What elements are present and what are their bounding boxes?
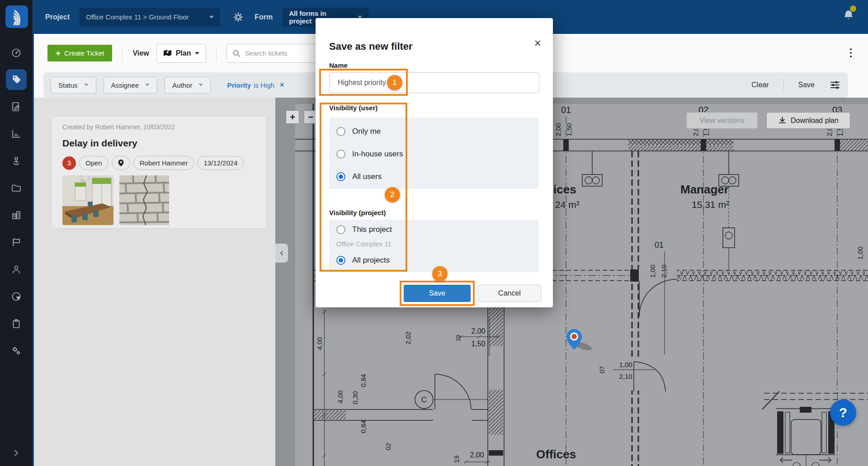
dim-label: 02 xyxy=(384,443,392,451)
radio-all-users[interactable]: All users xyxy=(336,165,532,188)
radio-only-me[interactable]: Only me xyxy=(336,120,532,143)
more-options-button[interactable] xyxy=(848,47,854,59)
name-field-label: Name xyxy=(329,61,348,69)
room-name-offices-clipped: ices xyxy=(553,183,576,196)
view-versions-button[interactable]: View versions xyxy=(686,112,758,129)
tag-icon xyxy=(11,74,22,85)
sidebar-nav xyxy=(0,39,33,364)
divider xyxy=(783,78,784,92)
radio-selected-icon[interactable] xyxy=(336,172,345,181)
dim-label: 1,00 xyxy=(619,361,632,368)
radio-in-house-users-label: In-house users xyxy=(352,150,403,159)
save-filter-button[interactable]: Save xyxy=(798,81,815,89)
create-ticket-button[interactable]: + Create Ticket xyxy=(47,45,112,61)
chevron-down-icon xyxy=(84,84,89,86)
ticket-card[interactable]: Created by Robert Hammer, 10/03/2022 Del… xyxy=(51,116,267,229)
sidebar-item-tickets[interactable] xyxy=(0,66,33,93)
dim-label: 0,84 xyxy=(359,420,367,433)
filter-author-dropdown[interactable]: Author xyxy=(165,77,211,94)
filter-status-dropdown[interactable]: Status xyxy=(51,77,96,94)
radio-selected-icon[interactable] xyxy=(336,256,345,265)
zoom-in-button[interactable]: + xyxy=(286,110,299,124)
attachment-photo-brick-wall[interactable] xyxy=(119,175,170,225)
chevron-down-icon xyxy=(195,52,199,55)
visibility-project-options: This project Office Complex 11 All proje… xyxy=(329,220,539,272)
modal-title: Save as new filter xyxy=(329,41,413,52)
download-plan-button[interactable]: Download plan xyxy=(766,112,850,129)
active-filter-chip[interactable]: Priority is High × xyxy=(227,80,284,89)
attachment-photo-meeting-room[interactable] xyxy=(62,175,113,225)
dim-label: 0,30 xyxy=(351,391,359,404)
project-selector[interactable]: Office Complex 11 > Ground Floor xyxy=(80,8,220,27)
sidebar-expand-button[interactable] xyxy=(0,442,33,463)
filter-name-input[interactable] xyxy=(329,72,539,93)
notifications-button[interactable] xyxy=(843,9,854,24)
visibility-user-label: Visibility (user) xyxy=(329,104,377,112)
radio-icon[interactable] xyxy=(336,127,345,136)
step-badge-1: 1 xyxy=(387,75,402,90)
chevron-down-icon xyxy=(198,84,203,86)
section-label-c: C xyxy=(421,395,427,404)
gear-icon xyxy=(233,12,244,23)
radio-icon[interactable] xyxy=(336,225,345,234)
remove-filter-icon[interactable]: × xyxy=(280,80,284,89)
radio-icon[interactable] xyxy=(336,150,345,159)
meeting-room-image xyxy=(62,175,113,225)
sidebar-item-contacts[interactable] xyxy=(0,256,33,283)
app-logo[interactable] xyxy=(5,5,28,28)
sidebar-item-projects[interactable] xyxy=(0,202,33,229)
brick-wall-image xyxy=(119,175,169,225)
dim-label: 20 xyxy=(455,335,462,341)
form-label: Form xyxy=(255,13,273,21)
sidebar-item-forms[interactable] xyxy=(0,93,33,120)
close-icon[interactable]: × xyxy=(534,37,541,49)
location-badge xyxy=(112,156,130,170)
download-plan-label: Download plan xyxy=(791,117,839,125)
flag-icon xyxy=(11,237,22,248)
chevron-left-icon xyxy=(278,249,285,257)
sidebar-item-tasks[interactable] xyxy=(0,310,33,337)
search-icon xyxy=(232,49,241,57)
sidebar-item-site-inspection[interactable] xyxy=(0,147,33,174)
sidebar-item-dashboard[interactable] xyxy=(0,39,33,66)
pin-center xyxy=(571,334,577,339)
notification-dot xyxy=(850,5,856,12)
dim-label: 1,50 xyxy=(565,123,573,136)
room-name-offices: Offices xyxy=(536,447,576,461)
radio-this-project[interactable]: This project xyxy=(336,221,532,238)
sidebar-item-settings[interactable] xyxy=(0,337,33,364)
person-location-icon xyxy=(11,155,22,166)
modal-save-button[interactable]: Save xyxy=(404,285,471,302)
chevron-down-icon xyxy=(209,16,214,19)
door-tag-07: 07 xyxy=(598,366,606,374)
filter-settings-button[interactable] xyxy=(829,79,841,91)
location-pin-icon xyxy=(118,160,124,166)
radio-this-project-label: This project xyxy=(352,225,392,234)
priority-count-badge: 3 xyxy=(62,156,76,170)
sidebar-item-analytics[interactable] xyxy=(0,283,33,310)
sidebar-item-reports[interactable] xyxy=(0,229,33,256)
filter-chip-field: Priority xyxy=(227,81,251,89)
collapse-panel-button[interactable] xyxy=(275,244,288,263)
sidebar-item-documents[interactable] xyxy=(0,174,33,202)
dashboard-gauge-icon xyxy=(11,47,22,58)
sidebar-item-statistics[interactable] xyxy=(0,120,33,147)
project-settings-button[interactable] xyxy=(233,12,244,23)
create-ticket-label: Create Ticket xyxy=(64,49,104,57)
view-mode-selector[interactable]: Plan xyxy=(156,44,207,63)
radio-all-projects[interactable]: All projects xyxy=(336,252,532,268)
help-button[interactable]: ? xyxy=(830,400,856,426)
form-pen-icon xyxy=(11,101,22,112)
clear-filters-button[interactable]: Clear xyxy=(751,81,769,89)
clipboard-icon xyxy=(11,318,22,329)
ticket-created-text: Created by Robert Hammer, 10/03/2022 xyxy=(62,123,255,131)
gears-icon xyxy=(11,345,22,356)
assignee-badge: Robert Hammer xyxy=(133,156,194,170)
radio-in-house-users[interactable]: In-house users xyxy=(336,143,532,165)
radio-only-me-label: Only me xyxy=(352,127,381,136)
modal-cancel-button[interactable]: Cancel xyxy=(478,285,541,302)
room-area-manager: 15,31 m² xyxy=(692,199,729,210)
filter-status-label: Status xyxy=(58,81,78,89)
filter-assignee-dropdown[interactable]: Assignee xyxy=(104,77,158,94)
view-mode-value: Plan xyxy=(176,49,191,57)
